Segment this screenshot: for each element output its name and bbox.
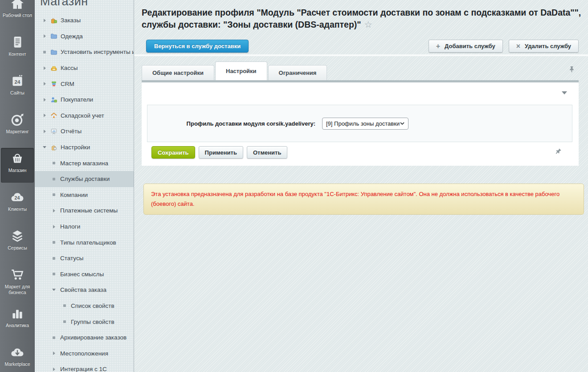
favorite-star-icon[interactable]: ☆ [364,20,372,29]
back-to-delivery-service-button[interactable]: Вернуться в службу доставки [146,40,249,53]
menu-item[interactable]: Кассы [35,60,134,76]
rail-item-label: Клиенты [8,206,27,212]
rail-item[interactable]: Аналитика [1,303,34,340]
expand-icon[interactable] [51,352,57,355]
rail-item[interactable]: Маркетинг [1,109,34,147]
bullet-icon [51,257,57,260]
menu-item-label: Складской учет [61,112,104,119]
barchart-icon [10,306,25,322]
menu-title: Магазин [40,0,134,8]
rail-item[interactable]: 24 Сайты [1,70,34,108]
expand-icon[interactable] [41,66,48,70]
delivery-profile-select-value: [9] Профиль зоны доставки [326,120,400,127]
menu-item[interactable]: Установить инструменты и [35,44,134,60]
expand-icon[interactable] [51,209,57,213]
dev-install-warning-text: Эта установка предназначена для разработ… [151,191,559,207]
collapse-section-icon[interactable] [562,91,567,94]
collapse-open-icon[interactable] [51,289,57,291]
reports-icon [50,128,57,135]
rail-item-label: Контент [9,51,26,57]
menu-item[interactable]: Бизнес смыслы [35,266,134,282]
rail-item[interactable]: Контент [1,32,34,69]
svg-text:24: 24 [15,79,20,85]
cart-icon [10,267,25,283]
add-service-button[interactable]: + Добавить службу [429,40,503,53]
menu-item[interactable]: Местоположения [35,345,134,361]
expand-icon[interactable] [41,98,48,102]
menu-item-label: Компании [60,192,88,198]
pin-form-icon[interactable] [552,147,563,158]
menu-item-label: Кассы [61,65,78,71]
calendar24-icon: 24 [10,73,25,89]
expand-icon[interactable] [51,368,57,371]
menu-item[interactable]: Группы свойств [35,314,134,330]
expand-icon[interactable] [41,82,48,86]
menu-item-label: Службы доставки [60,176,110,182]
apply-button[interactable]: Применить [199,146,243,159]
menu-item[interactable]: Платежные системы [35,203,134,219]
menu-list: Заказы Одежда Установить инструменты и К… [35,12,134,372]
menu-item[interactable]: Статусы [35,250,134,266]
bullet-icon [51,193,57,196]
menu-item[interactable]: Налоги [35,219,134,235]
menu-item[interactable]: CRM [35,76,134,92]
form-actions: Сохранить Применить Отменить [151,146,287,159]
menu-item[interactable]: Отчёты [35,123,134,139]
clouddownload-icon [10,344,25,360]
expand-icon[interactable] [41,19,48,22]
tab[interactable]: Настройки [215,61,267,80]
menu-item[interactable]: Складской учет [35,108,134,124]
menu-item[interactable]: Список свойств [35,298,134,314]
rail-item-label: Аналитика [6,323,29,328]
plus-icon: + [436,43,440,50]
delivery-profile-select[interactable]: [9] Профиль зоны доставки [322,118,408,130]
form-box: Профиль доставки модуля corsik.yadeliver… [147,105,572,142]
menu-item-label: Установить инструменты и [61,49,134,55]
save-button[interactable]: Сохранить [151,146,195,159]
menu-item-label: Группы свойств [71,319,114,325]
rail-item[interactable]: Рабочий стол [1,0,34,30]
collapse-open-icon[interactable] [41,146,48,148]
expand-icon[interactable] [41,34,48,38]
rail-item-label: Marketplace [4,361,30,367]
orders-icon [50,17,57,24]
expand-icon[interactable] [41,130,48,133]
rail-item[interactable]: 24 Клиенты [1,187,34,224]
rail-item[interactable]: Marketplace [1,342,34,372]
save-button-label: Сохранить [158,149,189,156]
folder-icon [50,33,57,40]
expand-icon[interactable] [41,114,48,117]
home-icon [10,0,25,12]
menu-item[interactable]: Одежда [35,29,134,45]
delete-service-button[interactable]: × Удалить службу [509,40,579,53]
menu-item[interactable]: Настройки [35,139,134,155]
menu-item[interactable]: Архивирование заказов [35,330,134,346]
rail-item-label: Маркетинг [6,129,29,135]
rail-item[interactable]: Маркет для бизнеса [1,264,34,302]
menu-item-label: Налоги [60,223,80,230]
tab[interactable]: Общие настройки [142,65,214,80]
menu-item[interactable]: Покупатели [35,92,134,108]
menu-item[interactable]: Мастер магазина [35,155,134,171]
rail-item[interactable]: Сервисы [1,225,34,263]
menu-item-label: Заказы [61,17,81,24]
menu-item-label: Местоположения [60,350,108,357]
menu-item[interactable]: Заказы [35,12,134,29]
rail-item[interactable]: Магазин [1,148,34,183]
cancel-button[interactable]: Отменить [247,146,288,159]
menu-item[interactable]: Службы доставки [35,171,134,187]
dev-install-warning: Эта установка предназначена для разработ… [143,184,584,215]
menu-item[interactable]: Интеграция с 1С [35,361,134,372]
cloud24-icon: 24 [10,189,25,205]
menu-item[interactable]: Типы плательщиков [35,234,134,250]
crm-icon [50,80,57,87]
back-button-label: Вернуться в службу доставки [154,43,241,49]
pin-tabs-icon[interactable] [568,65,575,75]
menu-item[interactable]: Свойства заказа [35,282,134,298]
bullet-icon [61,320,68,323]
tab[interactable]: Ограничения [268,65,327,80]
menu-item[interactable]: Компании [35,187,134,203]
expand-icon[interactable] [51,225,57,229]
bullet-icon [51,162,57,164]
document-icon [10,34,25,50]
